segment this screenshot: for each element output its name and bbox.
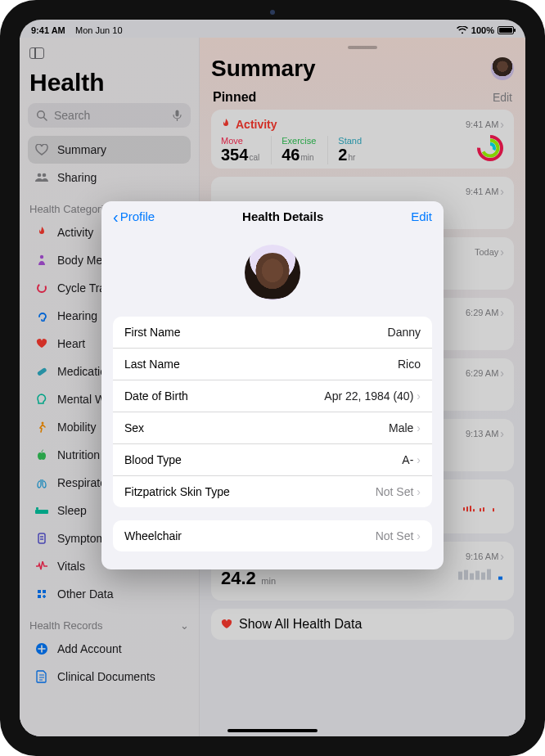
wifi-icon bbox=[457, 26, 468, 34]
status-bar: 9:41 AM Mon Jun 10 100% bbox=[20, 20, 525, 38]
section-label: Health Records bbox=[29, 619, 103, 632]
show-all-health-data[interactable]: Show All Health Data bbox=[211, 609, 514, 640]
wheelchair-group: Wheelchair Not Set › bbox=[113, 520, 432, 551]
row-fitzpatrick-skin-type[interactable]: Fitzpatrick Skin TypeNot Set› bbox=[113, 476, 432, 507]
sidebar-item-clinical-docs[interactable]: Clinical Documents bbox=[28, 663, 191, 691]
svg-rect-31 bbox=[487, 569, 491, 580]
sparkline-icon bbox=[463, 502, 504, 515]
row-label: Sex bbox=[124, 421, 144, 434]
category-icon bbox=[34, 420, 49, 434]
row-last-name: Last NameRico bbox=[113, 349, 432, 380]
category-icon bbox=[34, 281, 49, 295]
activity-rings-icon bbox=[476, 134, 504, 162]
svg-rect-9 bbox=[35, 510, 48, 514]
svg-point-3 bbox=[38, 173, 42, 178]
activity-move: Move 354cal bbox=[221, 136, 259, 164]
svg-rect-22 bbox=[473, 509, 475, 511]
category-icon bbox=[34, 531, 49, 546]
chevron-right-icon: › bbox=[417, 529, 421, 542]
mic-icon[interactable] bbox=[169, 108, 184, 123]
row-sex[interactable]: SexMale› bbox=[113, 412, 432, 444]
row-label: Last Name bbox=[124, 358, 180, 371]
sidebar-label: Sharing bbox=[57, 171, 97, 184]
card-time: Today› bbox=[475, 245, 504, 259]
svg-point-5 bbox=[40, 255, 43, 259]
row-label: Date of Birth bbox=[124, 389, 188, 403]
show-all-label: Show All Health Data bbox=[239, 617, 362, 632]
row-blood-type[interactable]: Blood TypeA-› bbox=[113, 444, 432, 476]
back-label: Profile bbox=[120, 209, 155, 223]
svg-rect-7 bbox=[37, 367, 47, 376]
sidebar-label: Activity bbox=[57, 226, 93, 239]
sidebar-item-other-data[interactable]: Other Data bbox=[28, 580, 191, 608]
chevron-right-icon: › bbox=[417, 485, 421, 498]
plus-circle-icon bbox=[34, 641, 49, 656]
sidebar-label: Mobility bbox=[57, 421, 96, 434]
row-label: Fitzpatrick Skin Type bbox=[124, 485, 230, 498]
multitask-handle[interactable] bbox=[348, 46, 377, 49]
daylight-unit: min bbox=[261, 576, 276, 586]
daylight-value: 24.2 bbox=[221, 568, 256, 588]
card-time: 9:13 AM› bbox=[466, 427, 504, 440]
row-value: A-› bbox=[402, 453, 421, 466]
category-icon bbox=[34, 475, 49, 490]
document-icon bbox=[34, 669, 49, 684]
chevron-right-icon: › bbox=[500, 118, 504, 131]
sidebar-label: Clinical Documents bbox=[57, 670, 155, 683]
back-button[interactable]: ‹ Profile bbox=[113, 209, 155, 223]
app-title: Health bbox=[29, 69, 191, 97]
row-wheelchair[interactable]: Wheelchair Not Set › bbox=[113, 520, 432, 551]
svg-rect-28 bbox=[470, 574, 474, 580]
category-icon bbox=[34, 225, 49, 240]
svg-rect-2 bbox=[175, 110, 178, 117]
chevron-right-icon: › bbox=[417, 421, 421, 434]
sidebar-item-summary[interactable]: Summary bbox=[28, 136, 191, 164]
sidebar-item-sharing[interactable]: Sharing bbox=[28, 164, 191, 191]
row-date-of-birth[interactable]: Date of BirthApr 22, 1984 (40)› bbox=[113, 380, 432, 412]
battery-icon bbox=[498, 26, 514, 34]
category-icon bbox=[34, 364, 49, 379]
svg-rect-13 bbox=[43, 590, 46, 593]
svg-point-4 bbox=[43, 173, 47, 178]
sidebar-item-add-account[interactable]: Add Account bbox=[28, 635, 191, 663]
row-first-name: First NameDanny bbox=[113, 317, 432, 349]
home-indicator[interactable] bbox=[227, 729, 318, 732]
card-time: 6:29 AM› bbox=[466, 306, 504, 319]
svg-rect-19 bbox=[463, 507, 465, 511]
search-placeholder: Search bbox=[54, 109, 90, 122]
sidebar-label: Other Data bbox=[57, 587, 113, 601]
chevron-right-icon: › bbox=[500, 306, 504, 319]
profile-avatar[interactable] bbox=[491, 57, 514, 80]
svg-rect-21 bbox=[470, 506, 471, 511]
search-field[interactable]: Search bbox=[28, 103, 191, 128]
sheet-navbar: ‹ Profile Health Details Edit bbox=[101, 201, 444, 232]
status-date: Mon Jun 10 bbox=[75, 25, 122, 35]
category-icon bbox=[34, 392, 49, 407]
card-title: Activity bbox=[221, 118, 277, 131]
activity-stand: Stand 2hr bbox=[327, 136, 362, 164]
activity-exercise: Exercise 46min bbox=[271, 136, 316, 164]
sidebar-toggle-icon[interactable] bbox=[29, 47, 44, 59]
chevron-right-icon: › bbox=[500, 427, 504, 440]
bar-chart-icon bbox=[458, 567, 504, 582]
pinned-edit-button[interactable]: Edit bbox=[493, 91, 512, 104]
sidebar-section-records[interactable]: Health Records ⌄ bbox=[29, 619, 189, 632]
svg-rect-27 bbox=[464, 570, 468, 580]
chevron-right-icon: › bbox=[500, 550, 504, 563]
svg-rect-32 bbox=[498, 577, 502, 580]
card-time: 9:41 AM› bbox=[466, 185, 504, 198]
edit-button[interactable]: Edit bbox=[411, 209, 432, 223]
heart-icon bbox=[221, 619, 232, 629]
svg-rect-12 bbox=[38, 590, 41, 593]
category-icon bbox=[34, 587, 49, 601]
profile-avatar-large[interactable] bbox=[245, 245, 300, 300]
row-label: Wheelchair bbox=[124, 529, 182, 542]
chevron-right-icon: › bbox=[417, 389, 421, 403]
svg-point-8 bbox=[42, 422, 44, 425]
card-time: 9:41 AM › bbox=[466, 118, 504, 131]
sidebar-label: Sleep bbox=[57, 504, 87, 517]
category-icon bbox=[34, 253, 49, 268]
card-activity[interactable]: Activity 9:41 AM › Move 354cal bbox=[211, 110, 514, 169]
category-icon bbox=[34, 308, 49, 323]
category-icon bbox=[34, 503, 49, 518]
